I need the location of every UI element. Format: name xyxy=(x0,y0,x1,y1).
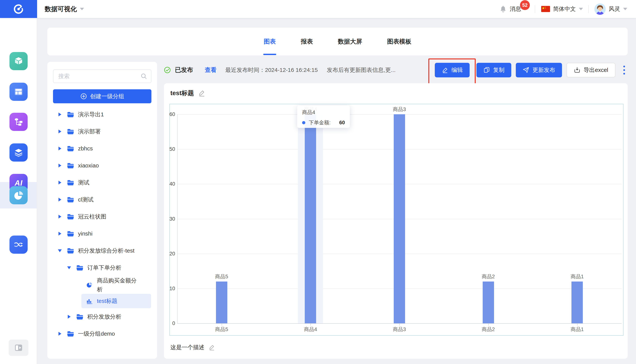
x-axis-label-商品2: 商品2 xyxy=(482,326,495,333)
publish-status-bar: 已发布 查看 最近发布时间：2024-12-16 16:24:15 发布后有更新… xyxy=(164,57,628,83)
x-axis-label-商品4: 商品4 xyxy=(304,326,317,333)
tree-item-演示部署[interactable]: 演示部署 xyxy=(53,123,151,140)
tab-4[interactable]: 图表模板 xyxy=(387,28,412,56)
caret-right-icon[interactable] xyxy=(58,332,62,336)
bar-top-label-商品3: 商品3 xyxy=(393,106,406,113)
tree-item-label: 积分发放综合分析-test xyxy=(78,246,134,255)
chart-detail-card: test标题 0102030405060商品5商品5商品4商品4商品3商品3商品… xyxy=(164,83,628,359)
tooltip-value: 60 xyxy=(339,120,345,126)
search-input[interactable] xyxy=(53,70,151,83)
x-axis-tick xyxy=(222,324,222,326)
pie-chart-icon[interactable] xyxy=(10,186,28,204)
y-axis-tick-label: 40 xyxy=(169,181,175,187)
shuffle-icon[interactable] xyxy=(10,236,28,254)
tree-item-test标题[interactable]: test标题 xyxy=(81,294,151,308)
tree-item-xiaoxiao[interactable]: xiaoxiao xyxy=(53,157,151,174)
tree-item-测试[interactable]: 测试 xyxy=(53,174,151,191)
tree-item-一级分组demo[interactable]: 一级分组demo xyxy=(53,325,151,342)
caret-right-icon[interactable] xyxy=(58,130,62,134)
folder-icon xyxy=(67,111,74,118)
tab-2[interactable]: 报表 xyxy=(300,28,313,56)
tooltip-series-label: 下单金额: xyxy=(309,119,331,126)
caret-right-icon[interactable] xyxy=(58,215,62,218)
x-axis-label-商品1: 商品1 xyxy=(571,326,584,333)
tree-item-积分发放分析[interactable]: 积分发放分析 xyxy=(53,308,151,325)
pencil-icon xyxy=(209,344,215,351)
caret-right-icon[interactable] xyxy=(58,181,62,184)
bar-top-label-商品1: 商品1 xyxy=(571,273,584,280)
tree-item-订单下单分析[interactable]: 订单下单分析 xyxy=(53,259,151,276)
cube-icon[interactable] xyxy=(10,52,28,70)
bar-商品3[interactable] xyxy=(394,114,405,323)
tab-3[interactable]: 数据大屏 xyxy=(337,28,362,56)
notification-bell-icon[interactable] xyxy=(499,6,507,13)
tree-item-yinshi[interactable]: yinshi xyxy=(53,225,151,242)
tree-item-演示导出1[interactable]: 演示导出1 xyxy=(53,106,151,123)
tree-item-label: 冠云柱状图 xyxy=(78,212,106,221)
tree-item-积分发放综合分析-test[interactable]: 积分发放综合分析-test xyxy=(53,242,151,259)
folder-tree: 演示导出1演示部署zbhcsxiaoxiao测试cl测试冠云柱状图yinshi积… xyxy=(53,106,151,342)
chevron-down-icon xyxy=(579,8,583,10)
tab-bar: 图表报表数据大屏图表模板 xyxy=(47,28,628,56)
export-excel-button[interactable]: 导出excel xyxy=(566,63,615,78)
caret-right-icon[interactable] xyxy=(67,315,71,318)
status-badge: 已发布 xyxy=(175,66,193,74)
messages-link[interactable]: 消息 52 xyxy=(510,5,521,13)
y-axis-tick-label: 60 xyxy=(169,112,175,117)
layout-icon[interactable] xyxy=(10,83,28,101)
published-check-icon xyxy=(164,66,171,74)
caret-down-icon[interactable] xyxy=(67,266,71,269)
messages-label: 消息 xyxy=(510,5,521,13)
bar-商品4[interactable] xyxy=(305,114,316,323)
edit-title-button[interactable] xyxy=(198,90,205,97)
tree-item-cl测试[interactable]: cl测试 xyxy=(53,191,151,208)
caret-right-icon[interactable] xyxy=(58,164,62,168)
divider xyxy=(535,5,535,13)
y-axis-tick-label: 10 xyxy=(169,286,175,291)
caret-right-icon[interactable] xyxy=(58,198,62,202)
caret-down-icon[interactable] xyxy=(58,249,62,252)
edit-button[interactable]: 编辑 xyxy=(435,63,470,78)
tree-item-冠云柱状图[interactable]: 冠云柱状图 xyxy=(53,208,151,225)
tree-item-label: 积分发放分析 xyxy=(87,312,121,321)
tree-item-label: 订单下单分析 xyxy=(87,263,121,272)
workspace-switcher[interactable]: 数据可视化 xyxy=(45,5,84,14)
chart-title: test标题 xyxy=(170,89,194,98)
pie-icon xyxy=(86,282,93,288)
caret-right-icon[interactable] xyxy=(58,146,62,150)
flowchart-icon[interactable] xyxy=(10,113,28,131)
create-group-button[interactable]: 创建一级分组 xyxy=(53,89,151,103)
folder-icon xyxy=(76,314,84,320)
export-icon xyxy=(574,66,580,74)
folder-icon xyxy=(67,196,74,203)
view-link[interactable]: 查看 xyxy=(205,66,217,74)
app-logo[interactable] xyxy=(0,0,37,18)
x-axis-tick xyxy=(577,324,577,326)
layers-icon[interactable] xyxy=(10,144,28,162)
tab-1[interactable]: 图表 xyxy=(263,28,276,56)
tree-item-zbhcs[interactable]: zbhcs xyxy=(53,140,151,157)
copy-button[interactable]: 复制 xyxy=(476,63,511,78)
caret-right-icon[interactable] xyxy=(58,112,62,116)
pencil-icon xyxy=(442,66,448,74)
tree-item-label: 演示导出1 xyxy=(78,110,104,119)
user-menu[interactable]: 风灵 xyxy=(594,4,627,15)
bar-商品2[interactable] xyxy=(483,282,494,323)
caret-right-icon[interactable] xyxy=(58,232,62,236)
more-actions-button[interactable] xyxy=(621,64,628,76)
china-flag-icon xyxy=(541,6,550,12)
republish-button[interactable]: 更新发布 xyxy=(516,63,562,78)
folder-icon xyxy=(67,145,74,152)
x-axis-tick xyxy=(399,324,400,326)
x-axis-label-商品3: 商品3 xyxy=(393,326,406,333)
tree-item-商品购买金额分析[interactable]: 商品购买金额分析 xyxy=(53,276,151,294)
update-note: 发布后有更新图表信息,更... xyxy=(327,66,396,74)
tree-item-label: xiaoxiao xyxy=(78,161,99,170)
language-selector[interactable]: 简体中文 xyxy=(541,5,583,13)
bar-商品5[interactable] xyxy=(216,282,227,323)
edit-description-button[interactable] xyxy=(209,344,215,351)
bar-商品1[interactable] xyxy=(571,282,583,323)
folder-icon xyxy=(67,230,74,237)
bar-top-label-商品2: 商品2 xyxy=(482,273,495,280)
sidebar-collapse-button[interactable] xyxy=(9,340,29,356)
